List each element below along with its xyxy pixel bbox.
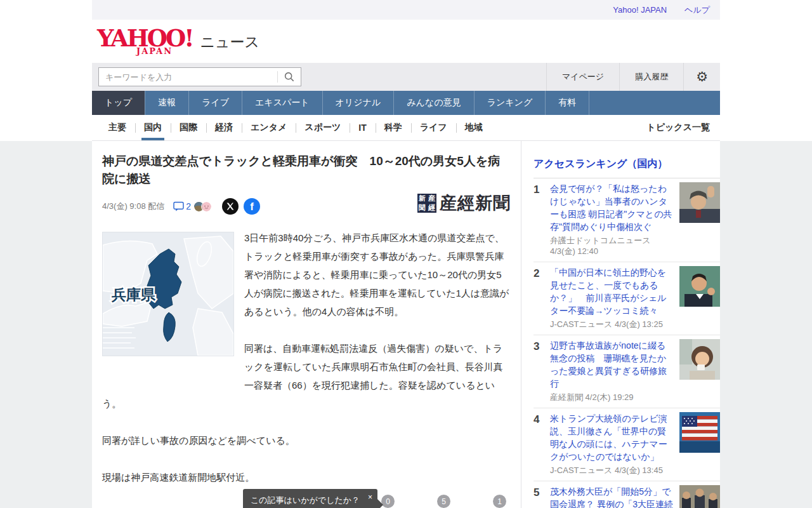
category-sports[interactable]: スポーツ (296, 115, 350, 140)
yahoo-japan-link[interactable]: Yahoo! JAPAN (613, 5, 667, 15)
ranking-item-5: 5 茂木外務大臣が「開始5分」で国会退席？ 異例の「3大臣連続退席」に議場で笑い… (534, 481, 720, 508)
category-main[interactable]: 主要 (100, 115, 135, 140)
ranking-thumbnail-us-flag[interactable] (679, 412, 720, 453)
ranking-thumbnail-man-with-cap[interactable] (679, 182, 720, 223)
category-it[interactable]: IT (350, 115, 375, 140)
ranking-item-2: 2 「中国が日本に領土的野心を見せたこと、一度でもあるか？」 前川喜平氏がシェル… (534, 262, 720, 335)
article-paragraph: 現場は神戸高速鉄道新開地駅付近。 (102, 468, 511, 486)
search-icon (284, 71, 295, 83)
share-x-button[interactable] (222, 198, 239, 215)
commenter-avatars[interactable] (193, 201, 212, 212)
hyogo-map-image[interactable]: 兵庫県 兵庫県 (102, 232, 234, 356)
publisher-mark-char: 新 (417, 194, 427, 203)
publisher-mark-char: 産 (427, 194, 436, 203)
search-box (98, 67, 301, 86)
rank-number: 4 (534, 412, 550, 476)
article-date: 4/3(金) 9:08 配信 (102, 201, 164, 212)
search-button[interactable] (278, 68, 301, 86)
masthead: YAHOO! JAPAN ニュース (92, 20, 720, 63)
ranking-source: 弁護士ドットコムニュース 4/3(金) 12:40 (550, 235, 673, 257)
publisher-logo-mark: 新 産 聞 經 (417, 194, 436, 213)
ranking-source: 産経新聞 4/2(木) 19:29 (550, 392, 673, 403)
map-label: 兵庫県 (111, 286, 156, 303)
rank-number: 5 (534, 485, 550, 508)
category-entertainment[interactable]: エンタメ (242, 115, 296, 140)
article: 神戸の県道交差点でトラックと軽乗用車が衝突 10～20代の男女5人を病院に搬送 … (92, 141, 521, 508)
tooltip-close-icon[interactable]: × (368, 491, 372, 504)
yahoo-logo-text: YAHOO! (97, 28, 192, 49)
ranking-link[interactable]: 会見で何が？「私は怒ったわけじゃない」当事者のハンターも困惑 朝日記者"クマとの… (550, 182, 673, 233)
rank-number: 2 (534, 266, 550, 330)
category-science[interactable]: 科学 (376, 115, 411, 140)
main-background: 神戸の県道交差点でトラックと軽乗用車が衝突 10～20代の男女5人を病院に搬送 … (0, 141, 812, 508)
topics-list-link[interactable]: トピックス一覧 (646, 115, 712, 140)
access-ranking-title[interactable]: アクセスランキング（国内） (534, 157, 720, 178)
publisher-mark-char: 聞 (417, 203, 427, 213)
commenter-avatar-smiley (201, 201, 212, 212)
facebook-icon: f (250, 201, 254, 212)
category-local[interactable]: 地域 (456, 115, 492, 140)
top-utility-bar: Yahoo! JAPAN ヘルプ (92, 0, 720, 20)
nav-tab-live[interactable]: ライブ (188, 91, 242, 115)
primary-nav: トップ 速報 ライブ エキスパート オリジナル みんなの意見 ランキング 有料 (92, 91, 720, 115)
rank-number: 3 (534, 339, 550, 403)
nav-tab-paid[interactable]: 有料 (545, 91, 589, 115)
nav-tab-top[interactable]: トップ (92, 91, 145, 115)
search-input[interactable] (99, 72, 277, 82)
purchase-history-link[interactable]: 購入履歴 (619, 63, 683, 91)
ranking-thumbnail-parliament[interactable] (679, 485, 720, 508)
article-paragraph: 同署が詳しい事故の原因などを調べている。 (102, 431, 511, 450)
category-life[interactable]: ライフ (411, 115, 456, 140)
category-world[interactable]: 国際 (171, 115, 206, 140)
ranking-thumbnail-woman[interactable] (679, 339, 720, 380)
reaction-new-view-count: 1 (493, 495, 506, 508)
ranking-link[interactable]: 茂木外務大臣が「開始5分」で国会退席？ 異例の「3大臣連続退席」に議場で笑い 予… (550, 485, 673, 508)
publisher-name: 産經新聞 (440, 192, 511, 215)
yahoo-news-logo[interactable]: YAHOO! JAPAN (97, 28, 192, 55)
ranking-link[interactable]: 辺野古事故遺族がnoteに綴る無念の投稿 珊瑚礁を見たかった愛娘と異質すぎる研修… (550, 339, 673, 390)
ranking-link[interactable]: 「中国が日本に領土的野心を見せたこと、一度でもあるか？」 前川喜平氏がシェルター… (550, 266, 673, 317)
comment-count: 2 (186, 201, 191, 211)
ranking-item-4: 4 米トランプ大統領のテレビ演説、玉川徹さん「世界中の賢明な人の頭には、ハテナマ… (534, 408, 720, 481)
ranking-source: J-CASTニュース 4/3(金) 13:45 (550, 465, 673, 476)
article-title: 神戸の県道交差点でトラックと軽乗用車が衝突 10～20代の男女5人を病院に搬送 (102, 152, 511, 188)
ranking-source: J-CASTニュース 4/3(金) 13:25 (550, 319, 673, 330)
nav-tab-expert[interactable]: エキスパート (242, 91, 322, 115)
nav-tab-original[interactable]: オリジナル (322, 91, 394, 115)
publisher-mark-char: 經 (427, 203, 436, 213)
reaction-new-view-button[interactable]: 1 (473, 505, 497, 508)
main-columns: 神戸の県道交差点でトラックと軽乗用車が衝突 10～20代の男女5人を病院に搬送 … (92, 141, 720, 508)
rank-number: 1 (534, 182, 550, 257)
mypage-link[interactable]: マイページ (546, 63, 619, 91)
settings-gear-icon[interactable]: ⚙ (683, 63, 720, 91)
category-domestic[interactable]: 国内 (135, 115, 171, 140)
reaction-learn-count: 0 (381, 495, 395, 508)
reaction-tooltip: この記事はいかがでしたか？ リアクションで応援しよう × (243, 489, 377, 508)
ranking-item-1: 1 会見で何が？「私は怒ったわけじゃない」当事者のハンターも困惑 朝日記者"クマ… (534, 178, 720, 262)
category-economy[interactable]: 経済 (206, 115, 242, 140)
reaction-clear-count: 5 (437, 495, 450, 508)
sidebar: アクセスランキング（国内） 1 会見で何が？「私は怒ったわけじゃない」当事者のハ… (521, 141, 720, 508)
ranking-thumbnail-man-speaking[interactable] (679, 266, 720, 307)
category-nav: 主要 国内 国際 経済 エンタメ スポーツ IT 科学 ライフ 地域 トピックス… (92, 115, 720, 141)
help-link[interactable]: ヘルプ (684, 4, 710, 16)
service-name: ニュース (200, 32, 259, 52)
reaction-clear-button[interactable]: 5 (417, 505, 441, 508)
ranking-item-3: 3 辺野古事故遺族がnoteに綴る無念の投稿 珊瑚礁を見たかった愛娘と異質すぎる… (534, 335, 720, 408)
publisher-logo[interactable]: 新 産 聞 經 産經新聞 (417, 192, 511, 215)
share-facebook-button[interactable]: f (244, 198, 260, 215)
nav-tab-breaking[interactable]: 速報 (145, 91, 188, 115)
tooltip-line1: この記事はいかがでしたか？ (251, 493, 360, 507)
comment-bubble-icon (173, 201, 184, 212)
x-twitter-icon (226, 203, 234, 210)
comment-link[interactable]: 2 (173, 201, 191, 212)
nav-tab-opinions[interactable]: みんなの意見 (393, 91, 473, 115)
nav-tab-ranking[interactable]: ランキング (474, 91, 546, 115)
ranking-link[interactable]: 米トランプ大統領のテレビ演説、玉川徹さん「世界中の賢明な人の頭には、ハテナマーク… (550, 412, 673, 463)
search-bar-row: マイページ 購入履歴 ⚙ (92, 63, 720, 91)
header-utilities: マイページ 購入履歴 ⚙ (546, 63, 720, 91)
article-body: 兵庫県 兵庫県 3日午前3時40分ごろ、神戸市兵庫区水木通の県道交差点で、トラッ… (102, 229, 511, 486)
